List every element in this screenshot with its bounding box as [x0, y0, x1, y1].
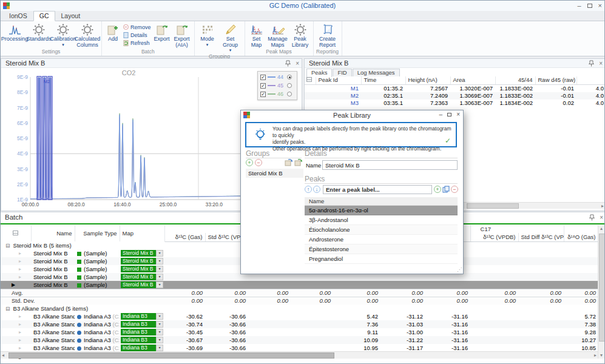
- col-header-std-diff-d13c[interactable]: Std Diff δ¹³C (VPDB): [518, 233, 564, 241]
- map-dropdown[interactable]: Steroid Mix B▾: [121, 274, 163, 280]
- group-name-input[interactable]: [322, 160, 458, 170]
- remove-group-button[interactable]: −: [255, 159, 262, 166]
- peak-list-item[interactable]: Pregnanediol: [305, 254, 458, 264]
- minimize-button[interactable]: –: [577, 1, 581, 10]
- table-options-icon[interactable]: [13, 231, 18, 235]
- minimize-button[interactable]: –: [439, 111, 443, 118]
- trace-checkbox[interactable]: ✓: [260, 75, 266, 80]
- close-button[interactable]: ×: [598, 1, 602, 10]
- map-dropdown[interactable]: Indiana B3▾: [121, 313, 163, 320]
- batch-row[interactable]: ▸ B3 Alkane Standard Indiana A3 (C1) Ind…: [1, 320, 605, 328]
- chevron-down-icon[interactable]: ▾: [156, 313, 163, 320]
- standards-button[interactable]: Standards: [27, 22, 51, 42]
- export-button[interactable]: Export: [152, 22, 172, 42]
- batch-group-row[interactable]: ⊟B3 Alkane Standard (5 items): [1, 305, 605, 312]
- batch-hscrollbar[interactable]: ◂ ▸: [1, 351, 598, 359]
- map-dropdown[interactable]: Steroid Mix B▾: [121, 258, 163, 265]
- map-dropdown[interactable]: Steroid Mix B▾: [121, 281, 163, 288]
- close-panel-icon[interactable]: ×: [600, 214, 603, 221]
- trace-radio[interactable]: [287, 83, 292, 88]
- batch-row[interactable]: ▸ B3 Alkane Standard Indiana A3 (C1) Ind…: [1, 328, 605, 336]
- close-panel-icon[interactable]: ×: [599, 60, 603, 67]
- ribbon-tab[interactable]: GC: [33, 11, 55, 21]
- row-expander-icon[interactable]: ▸: [3, 251, 21, 256]
- map-dropdown[interactable]: Indiana B3▾: [121, 337, 163, 343]
- chevron-down-icon[interactable]: ▾: [156, 281, 163, 288]
- scrollbar-thumb[interactable]: [599, 234, 605, 342]
- peak-row[interactable]: M2 02:35.1 7.2409 1.3069E-007 1.1833E-00…: [305, 92, 605, 99]
- scroll-left-icon[interactable]: ◂: [2, 352, 4, 359]
- col-header-map[interactable]: Map: [120, 225, 164, 241]
- ribbon-tab[interactable]: IonOS: [3, 11, 33, 21]
- refresh-button[interactable]: Refresh: [122, 39, 152, 46]
- chevron-down-icon[interactable]: ▾: [156, 329, 163, 335]
- col-header-height[interactable]: Height (nA): [405, 76, 450, 84]
- col-header-time[interactable]: Time: [361, 76, 405, 84]
- chevron-down-icon[interactable]: ▾: [156, 258, 163, 265]
- processing-button[interactable]: Processing: [2, 22, 27, 42]
- row-expander-icon[interactable]: ▸: [3, 322, 21, 327]
- manage-maps-button[interactable]: Manage Maps: [266, 22, 289, 48]
- pin-icon[interactable]: [589, 60, 594, 67]
- resize-grip[interactable]: ⋰: [457, 268, 462, 272]
- row-expander-icon[interactable]: ▸: [3, 314, 21, 319]
- remove-peak-button[interactable]: −: [451, 186, 458, 193]
- scroll-down-icon[interactable]: ▾: [600, 352, 603, 359]
- group-list-item[interactable]: Steroid Mix B: [246, 169, 303, 178]
- add-button[interactable]: Add: [104, 22, 122, 42]
- peak-label-input[interactable]: [323, 185, 432, 194]
- map-dropdown[interactable]: Steroid Mix B▾: [121, 250, 163, 257]
- peak-list-item[interactable]: Étiocholanolone: [305, 225, 458, 235]
- col-header-name[interactable]: Name: [31, 225, 75, 241]
- batch-row[interactable]: ▶ Steroid Mix B (Sample) Steroid Mix B▾: [1, 281, 605, 289]
- batch-vscrollbar[interactable]: ▴ ▾: [598, 225, 605, 359]
- panel-tab[interactable]: Log Messages: [353, 69, 400, 76]
- pin-icon[interactable]: [589, 214, 595, 221]
- remove-button[interactable]: − Remove: [122, 24, 152, 30]
- col-header-d13c-gas[interactable]: δ¹³C (Gas): [164, 233, 205, 241]
- pin-icon[interactable]: [285, 60, 291, 67]
- map-dropdown[interactable]: Indiana B3▾: [121, 345, 163, 351]
- col-header-peak-id[interactable]: Peak Id: [316, 76, 361, 84]
- batch-row[interactable]: ▸ B3 Alkane Standard Indiana A3 (C1) Ind…: [1, 312, 605, 320]
- trace-checkbox[interactable]: ✓: [260, 83, 266, 89]
- peak-list-item[interactable]: Épitestosterone: [305, 244, 458, 254]
- chevron-down-icon[interactable]: ▾: [156, 345, 163, 351]
- close-panel-icon[interactable]: ×: [296, 60, 299, 67]
- ribbon-tab[interactable]: Layout: [55, 11, 87, 21]
- table-options-icon[interactable]: [306, 77, 312, 82]
- add-peak-button[interactable]: +: [434, 186, 441, 193]
- row-expander-icon[interactable]: ▸: [3, 345, 21, 351]
- map-dropdown[interactable]: Indiana B3▾: [121, 321, 163, 328]
- calibration-button[interactable]: Calibration ▾: [51, 22, 75, 47]
- move-up-button[interactable]: ↑: [305, 186, 312, 193]
- peak-row[interactable]: M1 01:35.2 7.2567 1.3020E-007 1.1833E-00…: [305, 84, 605, 92]
- col-header-sample-type[interactable]: Sample Type: [75, 225, 120, 241]
- import-library-icon[interactable]: [285, 159, 292, 166]
- scroll-right-icon[interactable]: ▸: [594, 352, 597, 359]
- row-expander-icon[interactable]: ▸: [3, 258, 21, 264]
- peak-library-button[interactable]: Peak Library: [289, 22, 311, 48]
- set-group-button[interactable]: Set Group ▾: [218, 22, 243, 53]
- panel-tab[interactable]: FID: [333, 69, 351, 76]
- trace-radio[interactable]: [287, 75, 292, 79]
- chevron-down-icon[interactable]: ▾: [156, 250, 163, 257]
- scroll-up-icon[interactable]: ▴: [600, 225, 603, 232]
- maximize-button[interactable]: [447, 113, 451, 116]
- trace-checkbox[interactable]: ✓: [260, 92, 266, 97]
- col-header-extra[interactable]: [576, 76, 605, 84]
- col-header-raw-d45[interactable]: Raw d45 (raw): [535, 76, 576, 84]
- set-map-button[interactable]: Set Map: [247, 22, 266, 48]
- close-button[interactable]: ×: [456, 111, 460, 118]
- scrollbar-thumb[interactable]: [467, 203, 519, 209]
- map-dropdown[interactable]: Steroid Mix B▾: [121, 266, 163, 272]
- scroll-right-icon[interactable]: ▸: [601, 203, 604, 209]
- row-expander-icon[interactable]: ▸: [3, 266, 21, 272]
- details-button[interactable]: Details: [122, 32, 152, 38]
- map-dropdown[interactable]: Indiana B3▾: [121, 329, 163, 335]
- copy-peak-icon[interactable]: [442, 186, 450, 193]
- col-group-c17[interactable]: C17: [470, 225, 564, 233]
- export-aia-button[interactable]: Export (AIA): [172, 22, 192, 48]
- row-expander-icon[interactable]: ▸: [3, 337, 21, 343]
- col-header-area[interactable]: Area: [450, 76, 495, 84]
